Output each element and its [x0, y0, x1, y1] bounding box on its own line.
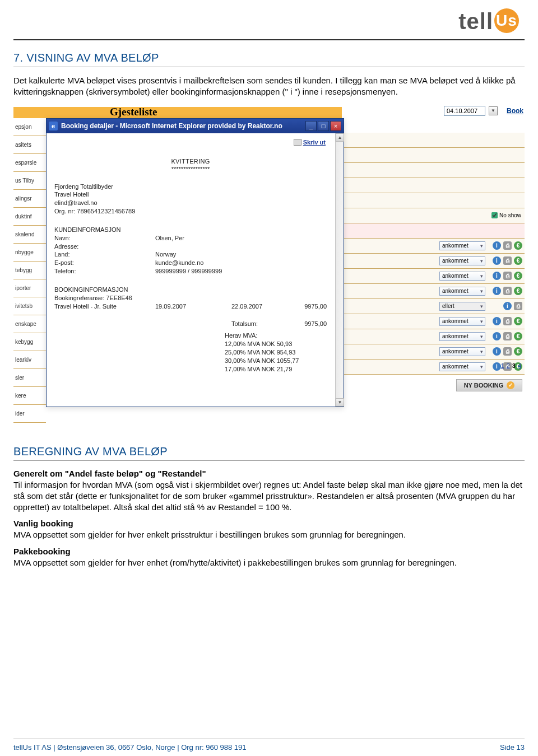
info-icon[interactable]: i: [493, 272, 501, 280]
table-row: [342, 223, 525, 239]
maximize-button[interactable]: □: [318, 121, 329, 131]
sidebar-item[interactable]: espørsle: [13, 154, 46, 172]
status-select[interactable]: ankommet: [439, 317, 485, 326]
pakke-paragraph: MVA oppsettet som gjelder for hver enhet…: [13, 557, 525, 568]
logo-circle-icon: Us: [494, 8, 519, 33]
sidebar-item[interactable]: enskape: [13, 315, 46, 333]
info-icon[interactable]: i: [493, 332, 501, 340]
footer-right: Side 13: [500, 743, 525, 752]
printer-icon: [294, 139, 302, 146]
footer-rule: [13, 739, 525, 739]
print-icon[interactable]: ⎙: [503, 256, 512, 265]
kunde-block: KUNDEINFORMASJON Navn:Olsen, Per Adresse…: [54, 226, 327, 276]
section-rule: [13, 460, 525, 461]
page-1[interactable]: 1: [501, 362, 504, 369]
section-visning-title: 7. VISNING AV MVA BELØP: [13, 52, 525, 64]
table-row: ankommeti⎙€: [342, 314, 525, 329]
sidebar-item[interactable]: kebygg: [13, 333, 46, 351]
status-select[interactable]: ellert: [439, 302, 485, 311]
logo-text-a: tell: [458, 9, 493, 34]
info-icon[interactable]: i: [493, 287, 501, 295]
euro-icon[interactable]: €: [514, 287, 522, 295]
sidebar-item[interactable]: epsjon: [13, 118, 46, 136]
no-show-checkbox[interactable]: No show: [491, 212, 521, 218]
kvittering-heading: KVITTERING: [54, 158, 327, 165]
window-title: Booking detaljer - Microsoft Internet Ex…: [61, 122, 302, 130]
info-icon[interactable]: i: [493, 347, 501, 356]
booking-rows: No show ankommeti⎙€ ankommeti⎙€ ankommet…: [342, 133, 525, 375]
euro-icon[interactable]: €: [514, 347, 522, 356]
info-icon[interactable]: i: [493, 256, 501, 265]
sidebar-item[interactable]: ider: [13, 405, 46, 423]
sidebar-item[interactable]: sler: [13, 369, 46, 387]
sidebar-item[interactable]: duktinf: [13, 208, 46, 226]
print-icon[interactable]: ⎙: [503, 241, 512, 250]
table-row: ankommeti⎙€: [342, 329, 525, 344]
status-select[interactable]: ankommet: [439, 256, 485, 265]
status-select[interactable]: ankommet: [439, 347, 485, 356]
sidebar-item[interactable]: learkiv: [13, 351, 46, 369]
info-icon[interactable]: i: [493, 362, 501, 371]
print-icon[interactable]: ⎙: [503, 317, 512, 325]
vanlig-paragraph: MVA oppsettet som gjelder for hver enkel…: [13, 529, 525, 540]
ny-booking-button[interactable]: NY BOOKING✓: [456, 379, 522, 391]
print-icon[interactable]: ⎙: [514, 302, 522, 310]
sidebar-item[interactable]: iporter: [13, 279, 46, 297]
table-row: [342, 178, 525, 193]
table-row: ankommeti⎙€: [342, 239, 525, 254]
euro-icon[interactable]: €: [514, 256, 522, 265]
section-beregning-title: BEREGNING AV MVA BELØP: [13, 445, 525, 458]
status-select[interactable]: ankommet: [439, 332, 485, 341]
page-3[interactable]: 3: [512, 362, 516, 369]
print-icon[interactable]: ⎙: [503, 347, 512, 356]
table-row: ankommeti⎙€: [342, 284, 525, 299]
page-footer: tellUs IT AS | Østensjøveien 36, 0667 Os…: [13, 743, 525, 752]
sidebar-item[interactable]: asitets: [13, 136, 46, 154]
euro-icon[interactable]: €: [514, 317, 522, 325]
check-icon: ✓: [507, 381, 514, 389]
page-4[interactable]: 4: [518, 362, 521, 369]
print-icon[interactable]: ⎙: [503, 287, 512, 295]
euro-icon[interactable]: €: [514, 272, 522, 280]
status-select[interactable]: ankommet: [439, 272, 485, 281]
date-input[interactable]: [444, 106, 485, 116]
minimize-button[interactable]: _: [305, 121, 317, 131]
ie-icon: e: [49, 122, 58, 130]
scrollbar[interactable]: ▲ ▼: [335, 133, 344, 407]
status-select[interactable]: ankommet: [439, 241, 485, 250]
info-icon[interactable]: i: [493, 241, 501, 250]
generelt-paragraph: Til informasjon for hvordan MVA (som ogs…: [13, 479, 525, 514]
print-icon[interactable]: ⎙: [503, 272, 512, 280]
table-row: [342, 148, 525, 163]
scroll-up-icon[interactable]: ▲: [336, 133, 344, 142]
screenshot: Gjesteliste epsjon asitets espørsle us T…: [13, 105, 525, 433]
sidebar-item[interactable]: ivitetsb: [13, 297, 46, 315]
mva-block: Herav MVA: 12,00% MVA NOK 50,93 25,00% M…: [225, 332, 327, 373]
provider-block: Fjordeng Totaltilbyder Travel Hotell eli…: [54, 183, 327, 216]
book-link[interactable]: Book: [507, 107, 523, 115]
info-icon[interactable]: i: [503, 302, 512, 310]
totalsum-row: Totalsum:9975,00: [54, 320, 327, 327]
print-icon[interactable]: ⎙: [503, 332, 512, 340]
info-icon[interactable]: i: [493, 317, 501, 325]
sidebar-item[interactable]: skalend: [13, 226, 46, 244]
close-button[interactable]: ×: [330, 121, 341, 131]
euro-icon[interactable]: €: [514, 241, 522, 250]
euro-icon[interactable]: €: [514, 332, 522, 340]
sidebar-item[interactable]: alingsr: [13, 190, 46, 208]
sidebar-item[interactable]: nbygge: [13, 244, 46, 262]
generelt-heading: Generelt om "Andel faste beløp" og "Rest…: [13, 469, 525, 478]
date-picker-icon[interactable]: ▼: [489, 106, 498, 115]
table-row: ankommeti⎙€: [342, 360, 525, 375]
sidebar-item[interactable]: tebygg: [13, 262, 46, 279]
status-select[interactable]: ankommet: [439, 287, 485, 296]
page-2[interactable]: 2: [507, 362, 510, 369]
scroll-down-icon[interactable]: ▼: [336, 398, 344, 407]
sidebar-item[interactable]: kere: [13, 387, 46, 405]
skriv-ut-link[interactable]: Skriv ut: [294, 139, 326, 146]
sidebar-item[interactable]: us Tilby: [13, 172, 46, 190]
table-row: [342, 193, 525, 208]
status-select[interactable]: ankommet: [439, 362, 485, 371]
top-rule: [13, 39, 525, 40]
sidebar-nav: epsjon asitets espørsle us Tilby alingsr…: [13, 118, 46, 423]
